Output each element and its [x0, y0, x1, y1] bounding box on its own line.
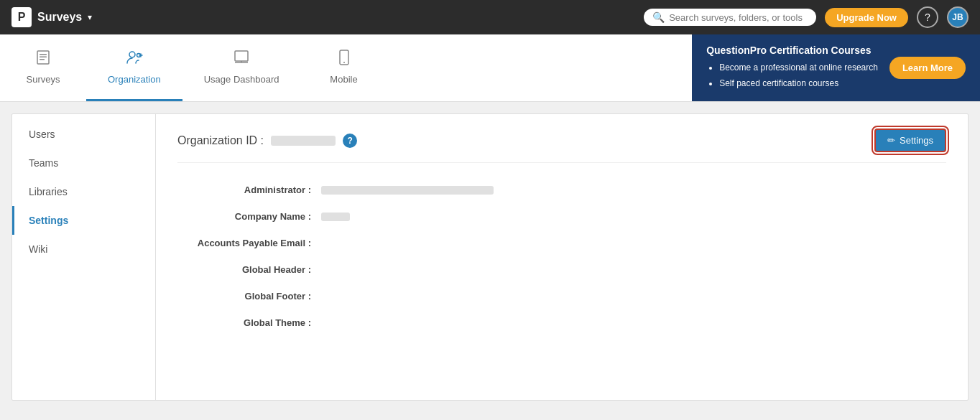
org-id-row: Organization ID : ?	[177, 134, 357, 148]
form-row-accounts-payable: Accounts Payable Email :	[177, 238, 946, 248]
surveys-tab-icon	[35, 50, 51, 70]
upgrade-button[interactable]: Upgrade Now	[825, 8, 908, 27]
sidebar-item-wiki[interactable]: Wiki	[12, 235, 155, 263]
tab-mobile[interactable]: Mobile	[301, 34, 387, 101]
svg-rect-3	[40, 59, 45, 60]
field-value-company-name	[321, 213, 350, 221]
tab-surveys[interactable]: Surveys	[0, 34, 86, 101]
field-value-administrator	[321, 186, 494, 195]
help-button[interactable]: ?	[917, 6, 938, 28]
tab-organization[interactable]: Organization	[86, 34, 182, 101]
field-label-accounts-payable: Accounts Payable Email :	[177, 238, 321, 248]
tab-usage-dashboard[interactable]: Usage Dashboard	[182, 34, 301, 101]
tab-usage-dashboard-label: Usage Dashboard	[204, 74, 279, 85]
banner-bullet-1: Become a professional at online research	[719, 60, 878, 76]
usage-dashboard-tab-icon	[234, 50, 249, 70]
app-dropdown-icon[interactable]: ▾	[88, 12, 92, 22]
banner-title: QuestionPro Certification Courses	[706, 45, 878, 56]
settings-button[interactable]: ✏ Settings	[874, 129, 946, 152]
field-label-administrator: Administrator :	[177, 185, 321, 195]
svg-rect-8	[235, 51, 248, 61]
nav-left: P Surveys ▾	[11, 7, 92, 27]
mobile-tab-icon	[338, 50, 350, 70]
main-area: Users Teams Libraries Settings Wiki Orga…	[11, 113, 969, 401]
search-icon: 🔍	[652, 11, 665, 23]
form-row-global-footer: Global Footer :	[177, 291, 946, 302]
learn-more-button[interactable]: Learn More	[889, 57, 966, 79]
banner-bullet-2: Self paced certification courses	[719, 76, 878, 92]
content-area: Organization ID : ? ✏ Settings Administr…	[156, 114, 968, 400]
sidebar-item-teams[interactable]: Teams	[12, 149, 155, 177]
form-row-company-name: Company Name :	[177, 211, 946, 222]
certification-banner: QuestionPro Certification Courses Become…	[692, 34, 980, 101]
sidebar-item-users[interactable]: Users	[12, 120, 155, 149]
search-input[interactable]	[669, 12, 808, 23]
settings-button-label: Settings	[900, 135, 933, 146]
top-navigation: P Surveys ▾ 🔍 Upgrade Now ? JB	[0, 0, 980, 34]
form-row-global-header: Global Header :	[177, 264, 946, 275]
user-avatar[interactable]: JB	[947, 6, 969, 28]
tab-surveys-label: Surveys	[27, 74, 60, 85]
tab-mobile-label: Mobile	[330, 74, 357, 85]
content-header: Organization ID : ? ✏ Settings	[177, 129, 946, 163]
nav-right: 🔍 Upgrade Now ? JB	[644, 6, 969, 28]
app-logo: P	[11, 7, 32, 27]
banner-text: QuestionPro Certification Courses Become…	[706, 45, 878, 91]
svg-point-4	[129, 52, 135, 57]
tabs-banner-row: Surveys Organization	[0, 34, 980, 102]
sidebar-item-settings[interactable]: Settings	[12, 206, 155, 235]
field-label-global-theme: Global Theme :	[177, 317, 321, 328]
org-id-help-icon[interactable]: ?	[343, 134, 357, 148]
field-label-company-name: Company Name :	[177, 211, 321, 222]
organization-tab-icon	[126, 50, 143, 70]
svg-rect-1	[40, 54, 47, 55]
app-title: Surveys	[37, 11, 82, 24]
settings-pencil-icon: ✏	[887, 135, 895, 146]
sidebar: Users Teams Libraries Settings Wiki	[12, 114, 156, 400]
tab-organization-label: Organization	[108, 74, 161, 85]
org-id-label: Organization ID :	[177, 134, 264, 147]
sidebar-item-libraries[interactable]: Libraries	[12, 177, 155, 206]
field-label-global-header: Global Header :	[177, 264, 321, 275]
form-row-global-theme: Global Theme :	[177, 317, 946, 328]
svg-rect-2	[40, 56, 47, 57]
search-box[interactable]: 🔍	[644, 9, 816, 26]
field-label-global-footer: Global Footer :	[177, 291, 321, 302]
tabs-container: Surveys Organization	[0, 34, 692, 101]
help-icon: ?	[925, 11, 930, 23]
svg-point-12	[343, 62, 345, 63]
form-row-administrator: Administrator :	[177, 185, 946, 195]
org-id-value	[271, 136, 336, 146]
